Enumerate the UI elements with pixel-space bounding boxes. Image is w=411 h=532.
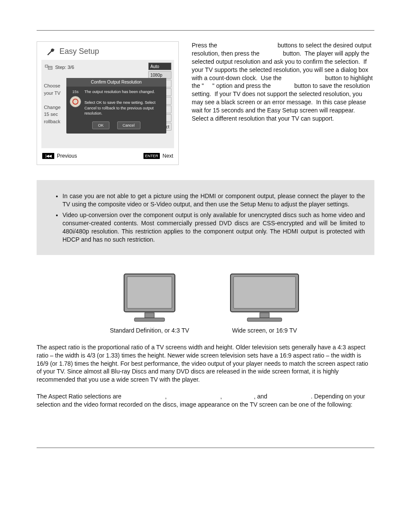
- dialog-timer: 15s: [70, 89, 81, 107]
- svg-rect-11: [247, 318, 282, 321]
- page-bottom-rule: [37, 448, 374, 448]
- note-box: In case you are not able to get a pictur…: [37, 180, 374, 255]
- dialog-buttons: OK Cancel: [66, 119, 166, 134]
- confirm-dialog: Confirm Output Resolution 15s The output…: [66, 78, 166, 134]
- step-label: Step: 3/6: [55, 64, 74, 71]
- note-list: In case you are not able to get a pictur…: [46, 192, 365, 243]
- dialog-title: Confirm Output Resolution: [66, 78, 166, 87]
- option-auto[interactable]: Auto: [148, 62, 171, 70]
- timer-label: 15s: [72, 89, 79, 94]
- clock-icon: [70, 96, 81, 107]
- prev-key-icon: [42, 153, 54, 159]
- left-column: Easy Setup Step: 3/6 Auto: [37, 41, 179, 165]
- wrench-icon: [46, 46, 56, 56]
- right-column: Press the buttons to select the desired …: [192, 41, 374, 123]
- tv-16-9-icon: [228, 272, 301, 324]
- svg-rect-1: [48, 66, 52, 69]
- tv-16-9-caption: Wide screen, or 16:9 TV: [232, 327, 297, 335]
- tv-illustrations: Standard Definition, or 4:3 TV Wide scre…: [37, 272, 374, 335]
- main-two-col: Easy Setup Step: 3/6 Auto: [37, 41, 374, 165]
- step-icon: [45, 65, 53, 71]
- aspect-ratio-paragraph-2: The Aspect Ratio selections are , , , an…: [37, 392, 374, 409]
- svg-rect-7: [134, 318, 165, 321]
- svg-rect-0: [45, 65, 48, 67]
- easy-setup-panel: Easy Setup Step: 3/6 Auto: [37, 41, 179, 165]
- nav-next[interactable]: ENTER Next: [143, 152, 173, 159]
- cancel-button[interactable]: Cancel: [117, 121, 140, 129]
- tv-4-3-caption: Standard Definition, or 4:3 TV: [110, 327, 189, 335]
- page-top-rule: [37, 30, 374, 31]
- dialog-text: The output resolution has been changed. …: [84, 89, 163, 116]
- svg-rect-10: [260, 313, 269, 318]
- nav-previous-label: Previous: [57, 152, 77, 159]
- svg-rect-5: [127, 277, 172, 308]
- svg-rect-9: [234, 277, 296, 308]
- easy-setup-screenshot: Step: 3/6 Auto 1080p ct Choose your TV C…: [41, 60, 174, 148]
- easy-setup-title: Easy Setup: [59, 46, 99, 56]
- tv-4-3-icon: [121, 272, 177, 324]
- instruction-paragraph: Press the buttons to select the desired …: [192, 41, 374, 123]
- nav-row: Previous ENTER Next: [41, 148, 174, 159]
- easy-setup-header: Easy Setup: [41, 45, 174, 60]
- note-item: In case you are not able to get a pictur…: [62, 192, 365, 208]
- background-left-text: Choose your TV Change 15 sec rollback: [44, 82, 61, 125]
- note-item: Video up-conversion over the component o…: [62, 211, 365, 244]
- dialog-body: 15s The output resolution has been chang…: [66, 87, 166, 119]
- tv-4-3-block: Standard Definition, or 4:3 TV: [110, 272, 189, 335]
- ok-button[interactable]: OK: [92, 121, 109, 129]
- nav-previous[interactable]: Previous: [42, 152, 77, 159]
- aspect-ratio-paragraph-1: The aspect ratio is the proportional rat…: [37, 343, 374, 384]
- svg-rect-6: [145, 313, 154, 318]
- nav-next-label: Next: [162, 152, 173, 159]
- enter-key-icon: ENTER: [143, 153, 160, 159]
- tv-16-9-block: Wide screen, or 16:9 TV: [228, 272, 301, 335]
